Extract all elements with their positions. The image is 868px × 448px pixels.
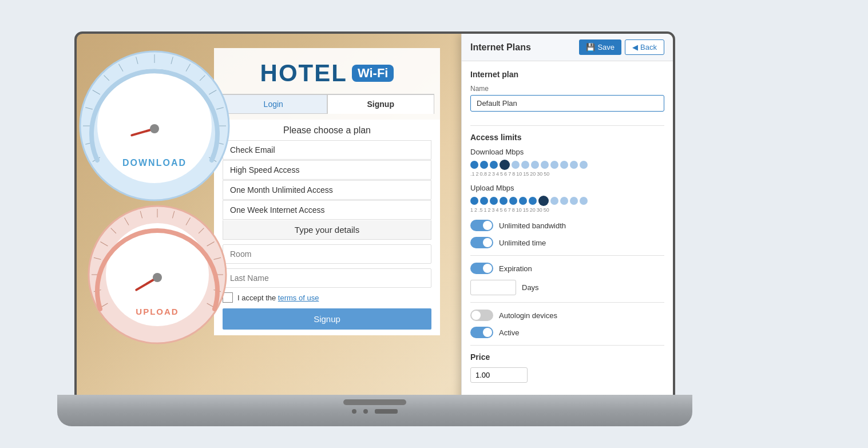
port-2 [363,409,368,414]
download-dots[interactable] [470,160,664,170]
panel-body: Internet plan Name Access limits Downloa… [462,61,673,403]
udot-4[interactable] [500,197,508,205]
type-details-title: Type your details [223,220,431,240]
download-slider-section: Download Mbps [470,148,664,177]
dot-11[interactable] [570,161,578,169]
room-input[interactable] [223,244,431,264]
download-scale: .120.823456781015203050 [470,171,664,177]
dot-5[interactable] [512,161,520,169]
udot-3[interactable] [490,197,498,205]
laptop-base [57,395,692,426]
hotel-portal: HOTEL Wi-Fi Login Signup Please choose a… [214,48,440,380]
dot-2[interactable] [480,161,488,169]
autologin-toggle[interactable] [470,310,493,321]
udot-2[interactable] [480,197,488,205]
tab-signup[interactable]: Signup [327,94,435,114]
unlimited-time-toggle[interactable] [470,237,493,248]
days-label: Days [522,283,539,292]
udot-6[interactable] [519,197,527,205]
udot-5[interactable] [509,197,517,205]
udot-10[interactable] [560,197,568,205]
panel-title: Internet Plans [470,42,531,53]
port-3 [375,409,398,414]
save-button[interactable]: 💾 Save [579,39,621,55]
plan-one-week[interactable]: One Week Internet Access [223,200,431,220]
dot-4[interactable] [500,160,510,170]
portal-body: Please choose a plan Check Email High Sp… [214,120,440,335]
save-icon: 💾 [586,43,595,51]
divider-1 [470,125,664,126]
hotel-header: HOTEL Wi-Fi Login Signup [214,48,440,120]
plan-one-month[interactable]: One Month Unlimited Access [223,180,431,200]
dot-12[interactable] [580,161,588,169]
expiration-input-row: Days [470,280,664,295]
udot-9[interactable] [550,197,558,205]
divider-3 [470,302,664,303]
back-icon: ◀ [632,43,638,51]
udot-8[interactable] [538,196,549,206]
udot-12[interactable] [580,197,588,205]
unlimited-bandwidth-row: Unlimited bandwidth [470,220,664,231]
scene: DOWNLOAD [0,0,868,448]
price-input[interactable] [470,367,528,383]
right-panel: Internet Plans 💾 Save ◀ Back Internet pl… [461,34,673,403]
name-label: Name [470,85,664,93]
plan-name-input[interactable] [470,95,664,112]
internet-plan-section: Internet plan [470,70,664,79]
udot-1[interactable] [470,197,478,205]
autologin-label: Autologin devices [499,311,557,320]
download-label: Download Mbps [470,148,664,156]
dot-1[interactable] [470,161,478,169]
dot-10[interactable] [560,161,568,169]
download-gauge: DOWNLOAD [74,40,235,206]
choose-plan-title: Please choose a plan [223,125,431,136]
active-toggle[interactable] [470,327,493,338]
upload-scale: 12.5123456781015203050 [470,207,664,213]
price-label: Price [470,352,664,362]
upload-slider-section: Upload Mbps [470,184,664,213]
laptop-ports [352,409,398,414]
divider-4 [470,345,664,346]
upload-label: Upload Mbps [470,184,664,192]
tab-login[interactable]: Login [220,94,327,114]
svg-point-42 [153,273,162,282]
svg-text:DOWNLOAD: DOWNLOAD [122,158,187,168]
access-limits-section: Access limits [470,133,664,142]
dot-3[interactable] [490,161,498,169]
unlimited-time-row: Unlimited time [470,237,664,248]
expiration-input[interactable] [470,280,516,295]
lastname-input[interactable] [223,268,431,288]
expiration-label: Expiration [499,264,532,273]
hotel-title: HOTEL [260,60,347,87]
dot-9[interactable] [550,161,558,169]
plan-check-email[interactable]: Check Email [223,140,431,160]
terms-row: I accept the terms of use [223,292,431,303]
udot-7[interactable] [529,197,537,205]
expiration-toggle[interactable] [470,263,493,274]
unlimited-bandwidth-label: Unlimited bandwidth [499,221,566,230]
panel-actions: 💾 Save ◀ Back [579,39,664,55]
upload-gauge: UPLOAD [83,195,232,349]
active-label: Active [499,328,519,337]
dot-6[interactable] [521,161,529,169]
wifi-badge: Wi-Fi [352,65,394,82]
port-1 [352,409,356,414]
dot-7[interactable] [531,161,539,169]
unlimited-time-label: Unlimited time [499,239,546,247]
expiration-row: Expiration [470,263,664,274]
dot-8[interactable] [541,161,549,169]
terms-link[interactable]: terms of use [278,294,319,302]
laptop-notch [343,399,406,405]
signup-button[interactable]: Signup [223,308,431,330]
panel-header: Internet Plans 💾 Save ◀ Back [462,34,673,61]
svg-text:UPLOAD: UPLOAD [136,307,179,316]
active-row: Active [470,327,664,338]
autologin-row: Autologin devices [470,310,664,321]
udot-11[interactable] [570,197,578,205]
back-button[interactable]: ◀ Back [625,39,664,55]
upload-dots[interactable] [470,196,664,206]
unlimited-bandwidth-toggle[interactable] [470,220,493,231]
svg-point-20 [150,124,159,133]
plan-high-speed[interactable]: High Speed Access [223,160,431,180]
divider-2 [470,255,664,256]
